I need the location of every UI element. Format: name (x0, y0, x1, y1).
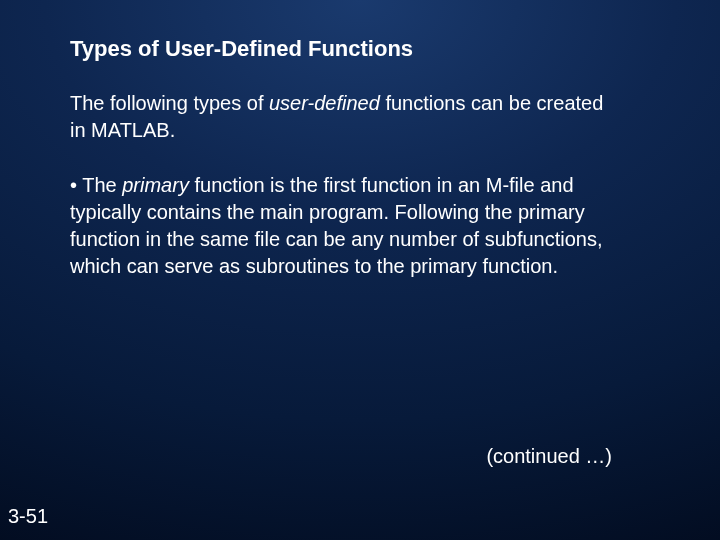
continued-label: (continued …) (486, 445, 612, 468)
page-number: 3-51 (8, 505, 48, 528)
bullet-text-pre: The (77, 174, 122, 196)
bullet-item: • The primary function is the first func… (70, 172, 672, 280)
bullet-icon: • (70, 174, 77, 196)
slide: Types of User-Defined Functions The foll… (0, 0, 720, 540)
intro-text-pre: The following types of (70, 92, 269, 114)
bullet-text-italic: primary (122, 174, 189, 196)
slide-title: Types of User-Defined Functions (70, 36, 672, 62)
intro-text-italic: user-defined (269, 92, 380, 114)
intro-paragraph: The following types of user-defined func… (70, 90, 672, 144)
